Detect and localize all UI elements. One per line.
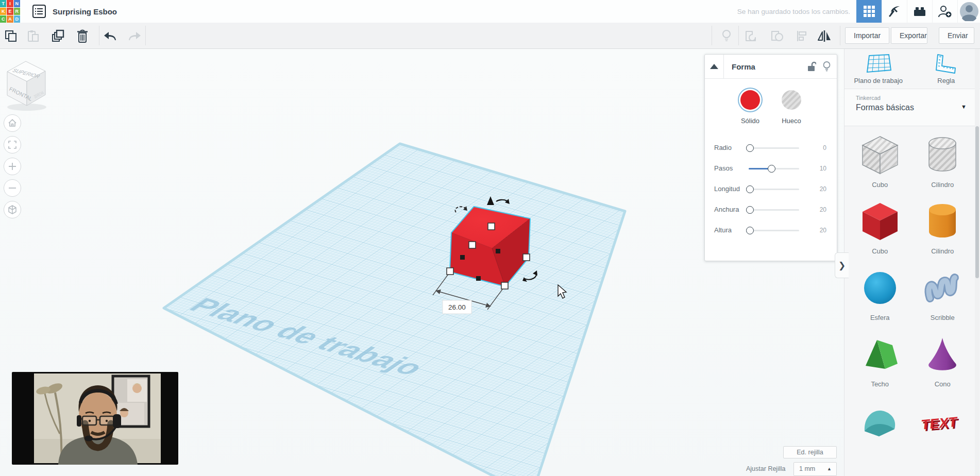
home-view-button[interactable]	[4, 114, 21, 132]
snap-grid-select[interactable]: 1 mm ▲	[793, 462, 837, 476]
slider-radio: Radio 0	[705, 138, 837, 159]
slider-value: 20	[820, 227, 826, 234]
shape-category-dropdown[interactable]: Tinkercad Formas básicas ▼	[844, 89, 980, 126]
lightbulb-icon[interactable]	[823, 61, 831, 72]
import-button[interactable]: Importar	[845, 27, 889, 44]
paste-button[interactable]	[24, 27, 42, 45]
align-button[interactable]	[792, 27, 811, 45]
toolbar-separator	[99, 26, 99, 45]
undo-button[interactable]	[101, 27, 120, 45]
topbar-actions	[856, 0, 980, 23]
ungroup-button[interactable]	[768, 27, 786, 45]
solid-swatch	[740, 90, 760, 110]
send-to-button[interactable]: Enviar a	[939, 27, 974, 44]
workplane-tool[interactable]: Plano de trabajo	[844, 49, 913, 89]
add-person-icon	[938, 5, 952, 18]
shape-tile-cubo-transparente[interactable]: Cubo	[849, 133, 911, 189]
user-avatar[interactable]	[957, 0, 980, 23]
slider-track[interactable]	[749, 230, 799, 231]
slider-label: Altura	[714, 226, 732, 234]
plus-icon	[8, 162, 17, 171]
text-shape-face: TEXT	[921, 414, 958, 433]
fit-view-icon	[8, 140, 17, 149]
brick-export-button[interactable]	[907, 0, 932, 23]
shape-label: Scribble	[931, 314, 955, 321]
slider-label: Longitud	[714, 185, 740, 193]
perspective-toggle-button[interactable]	[4, 201, 21, 218]
scrollbar-thumb[interactable]	[975, 126, 979, 278]
copy-button[interactable]	[2, 27, 20, 45]
lego-brick-icon	[913, 6, 926, 17]
shape-tile-cilindro-transparente[interactable]: Cilindro	[911, 133, 974, 189]
group-button[interactable]	[742, 27, 761, 45]
minus-icon	[8, 183, 17, 193]
toolbar-separator	[738, 26, 739, 45]
workplane[interactable]: Plano de trabajo	[164, 144, 625, 476]
view-cube[interactable]: SUPERIOR FRONTAL DERECHA	[3, 58, 50, 114]
slider-value: 20	[820, 185, 826, 193]
slider-track[interactable]	[749, 189, 799, 190]
show-all-button[interactable]	[717, 27, 736, 45]
slider-handle[interactable]	[746, 206, 754, 214]
edit-grid-button[interactable]: Ed. rejilla	[783, 446, 837, 458]
shape-label: Cilindro	[931, 181, 954, 189]
delete-button[interactable]	[73, 27, 92, 45]
shape-tile-esfera[interactable]: Esfera	[849, 266, 911, 321]
webcam-overlay	[12, 372, 178, 465]
zoom-out-button[interactable]	[4, 179, 21, 197]
tinkercad-logo[interactable]: TINKERCAD	[0, 0, 20, 23]
shape-parameters: Radio 0 Pasos 10 Longitud 20 Anchura 20 …	[705, 138, 837, 241]
minecraft-export-button[interactable]	[882, 0, 907, 23]
shape-tile-techo[interactable]: Techo	[849, 333, 911, 388]
fit-view-button[interactable]	[4, 136, 21, 154]
shape-tile-cono[interactable]: Cono	[911, 333, 974, 388]
sidebar-scrollbar	[975, 49, 979, 476]
shape-tile-cubo-rojo[interactable]: Cubo	[849, 200, 911, 255]
hole-option[interactable]: Hueco	[782, 90, 801, 125]
slider-handle[interactable]	[746, 185, 754, 193]
avatar-icon	[959, 2, 979, 21]
unlock-icon[interactable]	[807, 61, 816, 72]
slider-handle[interactable]	[768, 165, 775, 173]
slider-label: Pasos	[714, 164, 733, 172]
ruler-tool[interactable]: Regla	[913, 49, 980, 89]
slider-label: Anchura	[714, 206, 739, 213]
mirror-icon	[817, 29, 832, 43]
inspector-collapse-button[interactable]	[705, 55, 724, 79]
export-button[interactable]: Exportar	[891, 27, 927, 44]
slider-anchura: Anchura 20	[705, 200, 837, 220]
slider-handle[interactable]	[746, 144, 754, 152]
snap-grid-value: 1 mm	[799, 465, 815, 472]
home-icon	[8, 118, 17, 128]
slider-track[interactable]	[749, 168, 799, 169]
invite-button[interactable]	[932, 0, 957, 23]
pickaxe-icon	[888, 5, 901, 18]
slider-value: 0	[823, 144, 826, 151]
design-properties-button[interactable]	[32, 5, 46, 18]
mirror-button[interactable]	[815, 27, 834, 45]
slider-handle[interactable]	[746, 227, 754, 234]
solid-option[interactable]: Sólido	[740, 90, 760, 125]
shape-tile-techo-redondeado[interactable]	[849, 399, 911, 447]
sidebar-collapse-tab[interactable]: ❯	[835, 252, 849, 278]
group-icon	[744, 29, 758, 43]
hole-swatch	[782, 90, 801, 110]
app-grid-button[interactable]	[856, 0, 882, 23]
slider-track[interactable]	[749, 147, 799, 149]
category-source: Tinkercad	[856, 95, 980, 101]
duplicate-icon	[51, 29, 65, 43]
duplicate-button[interactable]	[49, 27, 67, 45]
caret-down-icon: ▼	[961, 104, 967, 110]
logo-tile: K	[0, 8, 6, 15]
shape-tile-cilindro-naranja[interactable]: Cilindro	[911, 200, 974, 255]
shape-tile-texto[interactable]: TEXT TEXT	[911, 399, 974, 447]
redo-button[interactable]	[125, 27, 144, 45]
shape-tile-scribble[interactable]: Scribble	[911, 266, 974, 321]
zoom-in-button[interactable]	[4, 158, 21, 175]
shape-label: Cilindro	[931, 247, 954, 255]
design-title: Surprising Esboo	[53, 7, 117, 16]
dimension-field[interactable]: 26.00	[443, 300, 471, 314]
toolbar-separator	[840, 26, 840, 45]
slider-track[interactable]	[749, 209, 799, 211]
logo-tile: R	[14, 8, 20, 15]
